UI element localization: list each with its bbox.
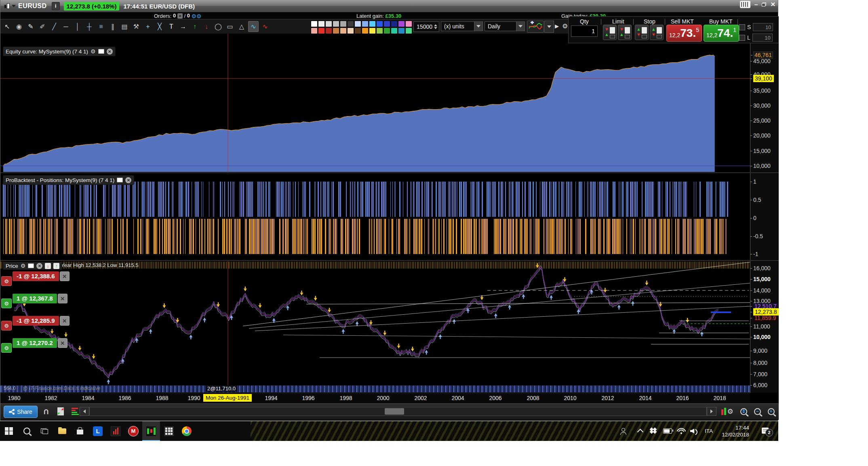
- info-icon[interactable]: i: [52, 2, 60, 10]
- close-position-icon[interactable]: ✕: [60, 271, 70, 281]
- close-icon[interactable]: ✕: [125, 177, 131, 183]
- chevron-down-icon[interactable]: [516, 22, 525, 31]
- task-view-button[interactable]: [36, 421, 53, 441]
- keyboard-icon[interactable]: [740, 1, 750, 8]
- units-dropdown[interactable]: (x) units: [441, 21, 483, 31]
- search-button[interactable]: [18, 421, 36, 441]
- color-swatch[interactable]: [398, 21, 405, 27]
- arrow-up-tool[interactable]: ↑: [190, 21, 200, 32]
- color-swatch[interactable]: [333, 21, 339, 27]
- language-indicator[interactable]: ITA: [702, 421, 716, 441]
- position-settings-gear-icon[interactable]: ⚙: [1, 343, 12, 353]
- trendline-tool[interactable]: ╱: [49, 21, 59, 32]
- close-button[interactable]: ✕: [770, 1, 775, 8]
- notifications-icon[interactable]: 2: [757, 421, 775, 441]
- position-settings-gear-icon[interactable]: ⚙: [1, 299, 12, 308]
- close-position-icon[interactable]: ✕: [58, 338, 67, 348]
- equity-curve-panel[interactable]: Equity curve: MySystem(9) (7 4 1) ⚙ ✕ 46…: [0, 34, 779, 173]
- arrow-right-tool[interactable]: →: [178, 21, 188, 32]
- indicators-button[interactable]: [527, 21, 544, 33]
- settings-tools[interactable]: ⚒: [131, 21, 141, 32]
- brush-tool[interactable]: ✐: [37, 21, 48, 32]
- close-position-icon[interactable]: ✕: [60, 316, 70, 326]
- crossed-lines-tool[interactable]: ╳: [154, 21, 165, 32]
- clock[interactable]: 17:44 12/02/2018: [716, 421, 755, 441]
- zoom-out-icon[interactable]: −: [752, 406, 763, 417]
- color-swatch[interactable]: [318, 28, 325, 34]
- trash-tool[interactable]: ▤: [119, 21, 130, 32]
- color-swatch[interactable]: [311, 21, 318, 27]
- minimize-button[interactable]: –: [754, 1, 758, 8]
- chart-zoom-settings-icon[interactable]: ⚙: [722, 406, 733, 417]
- market-depth-icon[interactable]: [70, 406, 80, 417]
- cross-line-tool[interactable]: ┼: [84, 21, 95, 32]
- color-swatch[interactable]: [369, 21, 376, 27]
- color-swatch[interactable]: [354, 28, 361, 34]
- color-swatch[interactable]: [325, 28, 332, 34]
- app-l-icon[interactable]: L: [89, 421, 107, 441]
- link-tool-icon[interactable]: U: [41, 406, 51, 417]
- wifi-icon[interactable]: [675, 421, 688, 441]
- timeframe-dropdown[interactable]: Daily: [485, 21, 525, 31]
- color-swatch[interactable]: [383, 21, 390, 27]
- pencil-tool[interactable]: ✎: [25, 21, 36, 32]
- color-swatch[interactable]: [340, 21, 347, 27]
- quantity-stepper[interactable]: [413, 21, 439, 32]
- color-swatch[interactable]: [362, 21, 369, 27]
- close-icon[interactable]: ✕: [107, 49, 113, 55]
- people-icon[interactable]: [615, 421, 631, 441]
- price-panel[interactable]: Price ⚙ ✕ ↓ ↑ Year High 12,538.2 Low 11,…: [0, 261, 779, 403]
- chevron-down-icon[interactable]: [12, 5, 16, 7]
- color-swatch[interactable]: [311, 28, 318, 34]
- color-swatch[interactable]: [376, 21, 383, 27]
- downtrend-tool[interactable]: ∿: [260, 21, 270, 32]
- color-swatch[interactable]: [340, 28, 347, 34]
- color-swatch[interactable]: [391, 28, 398, 34]
- orders-settings-gears-icon[interactable]: ⚙⚙: [192, 13, 202, 19]
- zigzag-tool[interactable]: ∿: [248, 21, 259, 32]
- volume-icon[interactable]: [688, 421, 701, 441]
- scrollbar-track[interactable]: [89, 407, 707, 416]
- scroll-right-button[interactable]: [707, 407, 716, 416]
- color-swatch[interactable]: [398, 28, 405, 34]
- buy-arrow-icon[interactable]: ↑: [53, 263, 59, 269]
- battery-icon[interactable]: [660, 421, 675, 441]
- share-button[interactable]: Share: [4, 406, 38, 418]
- qty-input[interactable]: [571, 25, 598, 37]
- maximize-icon[interactable]: [98, 49, 104, 54]
- color-swatch[interactable]: [347, 21, 354, 27]
- pointer-tool[interactable]: ↖: [2, 21, 13, 32]
- indicator-chevron-icon[interactable]: [544, 21, 554, 33]
- chrome-icon[interactable]: [178, 421, 196, 441]
- positions-panel[interactable]: ProBacktest - Positions: MySystem(9) (7 …: [0, 173, 779, 261]
- color-swatch[interactable]: [318, 21, 325, 27]
- sell-market-button[interactable]: 12,273.5: [666, 25, 702, 42]
- triangle-tool[interactable]: △: [236, 21, 247, 32]
- color-swatch[interactable]: [333, 28, 339, 34]
- sell-arrow-icon[interactable]: ↓: [45, 263, 51, 269]
- mcafee-icon[interactable]: M: [124, 421, 142, 441]
- color-swatch[interactable]: [405, 28, 412, 34]
- horizontal-scrollbar[interactable]: [80, 407, 716, 416]
- app-bars-icon[interactable]: [107, 421, 124, 441]
- zoom-in-icon[interactable]: +: [766, 406, 776, 417]
- l-checkbox[interactable]: [739, 35, 745, 41]
- channel-tool[interactable]: ∥: [107, 21, 118, 32]
- scrollbar-thumb[interactable]: [385, 408, 404, 415]
- chevron-down-icon[interactable]: [474, 22, 482, 31]
- position-settings-gear-icon[interactable]: ⚙: [1, 321, 12, 330]
- stop-order-button-2[interactable]: ▲▼: [650, 25, 664, 40]
- fib-retracement-tool[interactable]: ≡: [96, 21, 106, 32]
- alert-tool[interactable]: ◉: [14, 21, 24, 32]
- report-icon[interactable]: [55, 406, 66, 417]
- color-swatch[interactable]: [354, 21, 361, 27]
- zoom-fit-icon[interactable]: ⇕: [738, 406, 749, 417]
- settings-wrench-icon[interactable]: ⚙: [21, 263, 26, 269]
- grid-app-icon[interactable]: [160, 421, 178, 441]
- limit-order-button-2[interactable]: ▼▲: [618, 25, 632, 40]
- vertical-line-tool[interactable]: │: [72, 21, 83, 32]
- position-settings-gear-icon[interactable]: ⚙: [1, 276, 12, 286]
- store-icon[interactable]: [71, 421, 89, 441]
- color-swatch[interactable]: [405, 21, 412, 27]
- start-button[interactable]: [0, 421, 18, 441]
